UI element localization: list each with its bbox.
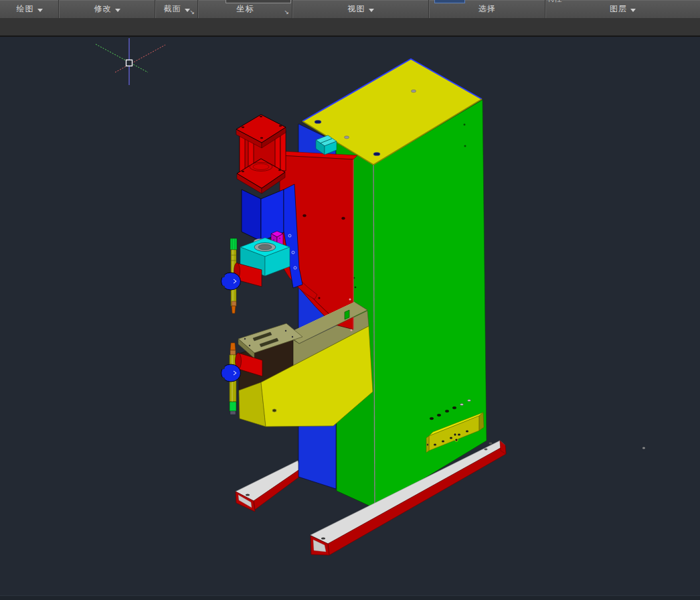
chevron-down-icon bbox=[37, 9, 43, 12]
app-window: { "ribbon": { "panels": [ {"label": "绘图"… bbox=[0, 0, 700, 600]
panel-separator bbox=[428, 0, 429, 18]
panel-separator bbox=[545, 0, 545, 18]
ucs-crosshair-cursor bbox=[96, 38, 165, 85]
chevron-down-icon bbox=[630, 9, 636, 12]
lower-electrode-tip bbox=[230, 343, 236, 350]
pickbox bbox=[126, 60, 133, 66]
docked-toolbar-strip bbox=[0, 18, 700, 37]
ribbon-panel-section[interactable]: 截面 ↘ bbox=[155, 0, 198, 18]
chevron-down-icon bbox=[115, 9, 120, 12]
ribbon-panel-draw[interactable]: 绘图 bbox=[0, 0, 59, 18]
canvas-bottom-line bbox=[0, 595, 700, 596]
ribbon-panel-view[interactable]: 视图 bbox=[292, 0, 429, 18]
panel-separator bbox=[58, 0, 59, 18]
ribbon-panel-coordinates[interactable]: 坐标 ↘ bbox=[198, 0, 292, 18]
ribbon-panel-modify[interactable]: 修改 bbox=[59, 0, 155, 18]
panel-title: 绘图 bbox=[17, 3, 34, 15]
panel-launcher-icon[interactable]: ↘ bbox=[189, 9, 195, 15]
chevron-down-icon bbox=[185, 9, 190, 12]
spot-welder-model[interactable] bbox=[221, 59, 645, 555]
panel-title: 修改 bbox=[94, 3, 112, 15]
rod-green-cap bbox=[230, 238, 237, 250]
panel-separator bbox=[155, 0, 155, 18]
canvas-bottom-strip bbox=[0, 596, 700, 600]
panel-title: 视图 bbox=[348, 3, 365, 15]
rear-foot-rail[interactable] bbox=[236, 461, 301, 512]
panel-separator bbox=[197, 0, 198, 18]
ribbon-panel-bar: 特性 绘图 修改 截面 ↘ 坐标 ↘ 视图 选择 图层 bbox=[0, 0, 700, 18]
panel-title: 坐标 bbox=[237, 3, 254, 15]
modelspace-canvas[interactable] bbox=[0, 37, 700, 600]
upper-electrode-tip bbox=[232, 306, 236, 313]
chevron-down-icon bbox=[369, 9, 374, 12]
panel-separator bbox=[292, 0, 292, 18]
panel-title: 选择 bbox=[478, 3, 496, 15]
panel-title: 截面 bbox=[164, 3, 181, 15]
stray-point bbox=[642, 447, 645, 449]
panel-launcher-icon[interactable]: ↘ bbox=[284, 9, 289, 15]
upper-electrode-assembly[interactable] bbox=[221, 238, 290, 313]
panel-title: 图层 bbox=[610, 3, 627, 15]
ribbon-panel-select[interactable]: 选择 bbox=[429, 0, 545, 18]
ribbon-panel-layer[interactable]: 图层 bbox=[545, 0, 700, 18]
